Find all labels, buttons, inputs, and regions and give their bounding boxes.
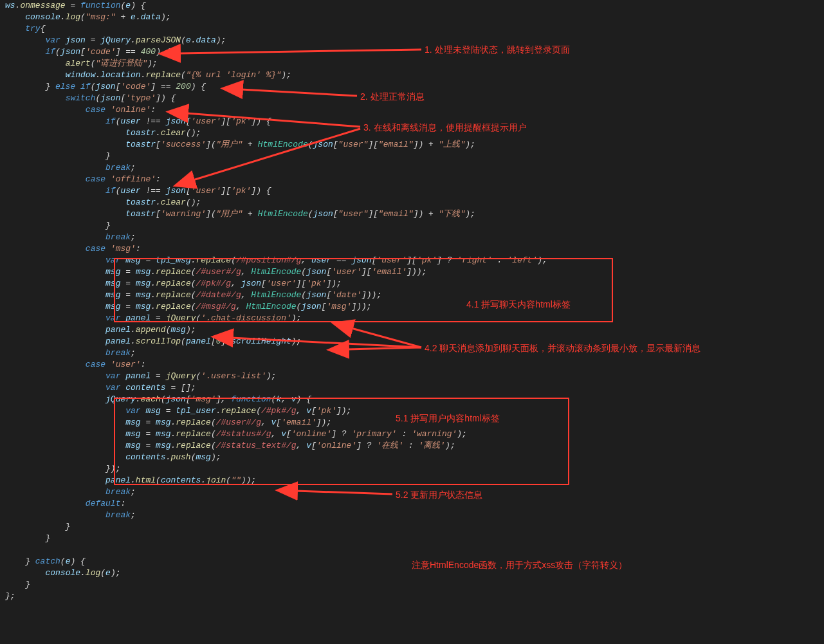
code-block: ws.onmessage = function(e) { console.log… xyxy=(0,0,824,602)
